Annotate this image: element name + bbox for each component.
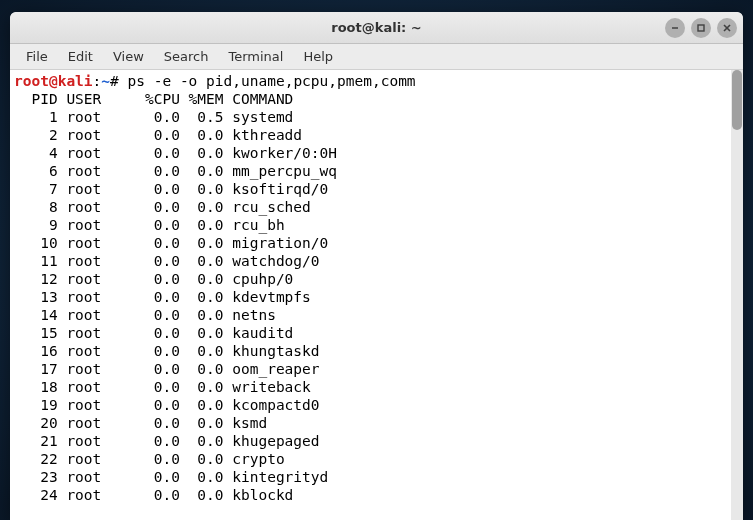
menu-search[interactable]: Search [154, 46, 219, 67]
ps-rows: 1 root 0.0 0.5 systemd 2 root 0.0 0.0 kt… [14, 109, 337, 503]
prompt-path: ~ [101, 73, 110, 89]
window-title: root@kali: ~ [331, 20, 421, 35]
svg-rect-1 [698, 25, 704, 31]
titlebar[interactable]: root@kali: ~ [10, 12, 743, 44]
menu-edit[interactable]: Edit [58, 46, 103, 67]
prompt-hash: # [110, 73, 119, 89]
window-controls [665, 18, 737, 38]
scrollbar-thumb[interactable] [732, 70, 742, 130]
menu-terminal[interactable]: Terminal [218, 46, 293, 67]
ps-header: PID USER %CPU %MEM COMMAND [14, 90, 727, 108]
close-icon [722, 23, 732, 33]
terminal-window: root@kali: ~ File Edit View Search Termi… [10, 12, 743, 520]
maximize-icon [696, 23, 706, 33]
prompt-colon: : [93, 73, 102, 89]
scrollbar[interactable] [731, 70, 743, 520]
menu-help[interactable]: Help [293, 46, 343, 67]
menu-file[interactable]: File [16, 46, 58, 67]
menu-view[interactable]: View [103, 46, 154, 67]
menubar: File Edit View Search Terminal Help [10, 44, 743, 70]
maximize-button[interactable] [691, 18, 711, 38]
prompt-command: ps -e -o pid,uname,pcpu,pmem,comm [119, 73, 416, 89]
prompt-user-host: root@kali [14, 73, 93, 89]
close-button[interactable] [717, 18, 737, 38]
minimize-icon [670, 23, 680, 33]
terminal-output[interactable]: root@kali:~# ps -e -o pid,uname,pcpu,pme… [10, 70, 731, 520]
terminal-container: root@kali:~# ps -e -o pid,uname,pcpu,pme… [10, 70, 743, 520]
minimize-button[interactable] [665, 18, 685, 38]
